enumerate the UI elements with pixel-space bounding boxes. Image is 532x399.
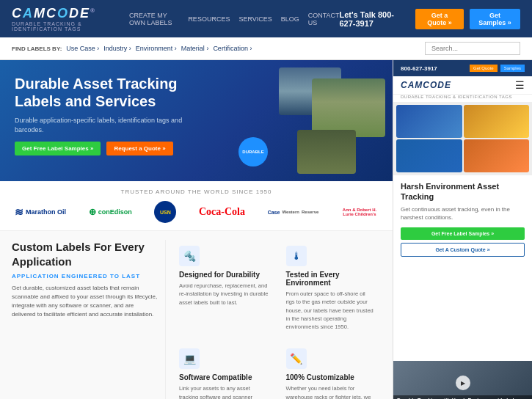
customizable-desc: Whether you need labels for warehouse ra… xyxy=(286,384,376,399)
nav-material[interactable]: Material xyxy=(181,45,209,52)
main-layout: Durable Asset Tracking Labels and Servic… xyxy=(0,60,532,399)
sidebar-free-samples-button[interactable]: Get Free Label Samples » xyxy=(401,227,525,240)
feature-card-software: 💻 Software Compatible Link your assets t… xyxy=(173,343,274,399)
sidebar-custom-quote-button[interactable]: Get A Custom Quote » xyxy=(401,243,525,257)
hero-text-block: Durable Asset Tracking Labels and Servic… xyxy=(15,75,205,155)
nav-certification[interactable]: Certification xyxy=(213,45,252,52)
sidebar-samples-button[interactable]: Samples xyxy=(500,65,525,72)
customizable-icon: ✏️ xyxy=(286,348,307,369)
top-header: CAMCODE® DURABLE TRACKING & IDENTIFICATI… xyxy=(0,0,532,37)
sub-nav: FIND LABELS BY: Use Case Industry Enviro… xyxy=(0,37,532,60)
hero-description: Durable application-specific labels, ide… xyxy=(15,116,205,134)
environment-icon: 🌡 xyxy=(286,246,307,266)
software-icon: 💻 xyxy=(179,348,200,369)
durability-desc: Avoid repurchase, replacement, and re-in… xyxy=(179,282,269,307)
feature-cards-grid: 🔩 Designed for Durability Avoid repurcha… xyxy=(173,240,381,399)
search-input[interactable] xyxy=(425,42,520,55)
hero-image-3 xyxy=(297,130,356,174)
sidebar-top-bar: 800-627-3917 Get Quote Samples xyxy=(393,60,532,76)
hero-images: DURABLE xyxy=(224,64,385,177)
hero-quote-button[interactable]: Request a Quote » xyxy=(106,142,172,155)
trusted-bar: TRUSTED AROUND THE WORLD SINCE 1950 ≋ Ma… xyxy=(0,181,393,231)
find-labels-nav: FIND LABELS BY: Use Case Industry Enviro… xyxy=(12,45,252,52)
sidebar-bottom-image: ▶ Durable Tracking with Harsh Environmen… xyxy=(393,361,532,399)
trusted-title: TRUSTED AROUND THE WORLD SINCE 1950 xyxy=(15,188,378,195)
sidebar-article: Harsh Environment Asset Tracking Get con… xyxy=(393,175,532,361)
customizable-title: 100% Customizable xyxy=(286,373,376,381)
sidebar-bottom-caption: Durable Tracking with Harsh Environment … xyxy=(393,395,532,399)
get-samples-button[interactable]: Get Samples » xyxy=(470,9,520,29)
hero-buttons: Get Free Label Samples » Request a Quote… xyxy=(15,142,205,155)
sidebar-image-grid xyxy=(393,102,532,175)
nav-create-labels[interactable]: CREATE MY OWN LABELS xyxy=(129,12,179,26)
sidebar-logo-bar: CAMCODE ☰ xyxy=(393,76,532,95)
nav-blog[interactable]: BLOG xyxy=(281,15,299,23)
feature-card-environment: 🌡 Tested in Every Environment From outer… xyxy=(280,240,382,337)
nav-industry[interactable]: Industry xyxy=(103,45,131,52)
sidebar-quote-button[interactable]: Get Quote xyxy=(470,65,498,72)
sidebar-logo-subtitle: DURABLE TRACKING & IDENTIFICATION TAGS xyxy=(393,95,532,102)
environment-desc: From outer space to off-shore oil rigs t… xyxy=(286,290,376,331)
sidebar-image-2 xyxy=(464,105,530,138)
nav-environment[interactable]: Environment xyxy=(136,45,177,52)
contact-bar: Let's Talk 800-627-3917 Get a Quote » Ge… xyxy=(339,9,520,29)
sidebar-logo: CAMCODE xyxy=(401,80,451,90)
find-labels-label: FIND LABELS BY: xyxy=(12,45,62,52)
childrens-hospital-logo: Ann & Robert H. Lurie Children's xyxy=(341,208,378,216)
right-sidebar: 800-627-3917 Get Quote Samples CAMCODE ☰… xyxy=(393,60,532,399)
main-content: Durable Asset Tracking Labels and Servic… xyxy=(0,60,393,399)
feature-main-desc: Get durable, customized asset labels tha… xyxy=(12,284,158,319)
phone-number: Let's Talk 800-627-3917 xyxy=(339,10,409,28)
logo-subtitle: DURABLE TRACKING & IDENTIFICATION TAGS xyxy=(12,21,129,32)
environment-title: Tested in Every Environment xyxy=(286,271,376,287)
nav-resources[interactable]: RESOURCES xyxy=(188,15,230,23)
hero-image-2 xyxy=(312,78,385,137)
features-section: Custom Labels For Every Application APPL… xyxy=(0,231,393,399)
feature-main: Custom Labels For Every Application APPL… xyxy=(12,240,166,399)
feature-card-customizable: ✏️ 100% Customizable Whether you need la… xyxy=(280,343,382,399)
nav-use-case[interactable]: Use Case xyxy=(66,45,99,52)
durability-icon: 🔩 xyxy=(179,246,200,266)
get-quote-button[interactable]: Get a Quote » xyxy=(415,9,464,29)
nav-services[interactable]: SERVICES xyxy=(238,15,272,23)
feature-main-title: Custom Labels For Every Application xyxy=(12,240,158,268)
sidebar-image-4 xyxy=(464,139,530,172)
marathon-logo: ≋ Marathon Oil xyxy=(15,206,66,218)
feature-card-durability: 🔩 Designed for Durability Avoid repurcha… xyxy=(173,240,274,337)
hero-badge: DURABLE xyxy=(238,137,268,166)
feature-tag: APPLICATION ENGINEERED TO LAST xyxy=(12,273,158,279)
play-button-icon[interactable]: ▶ xyxy=(456,376,470,390)
sidebar-image-3 xyxy=(396,139,462,172)
sidebar-phone: 800-627-3917 xyxy=(401,65,437,72)
sidebar-article-desc: Get continuous asset tracking, even in t… xyxy=(401,205,525,222)
sidebar-image-1 xyxy=(396,105,462,138)
logo: CAMCODE® xyxy=(12,6,129,21)
durability-title: Designed for Durability xyxy=(179,271,269,279)
logo-row: ≋ Marathon Oil ⊕ conEdison USN Coca-Cola… xyxy=(15,201,378,223)
navy-logo: USN xyxy=(154,201,176,223)
top-nav: CREATE MY OWN LABELS RESOURCES SERVICES … xyxy=(129,12,339,26)
hamburger-menu-icon[interactable]: ☰ xyxy=(515,79,525,91)
sidebar-action-btns: Get Quote Samples xyxy=(470,65,525,72)
software-desc: Link your assets to any asset tracking s… xyxy=(179,384,269,399)
conedison-logo: ⊕ conEdison xyxy=(89,207,132,217)
cocacola-logo: Coca-Cola xyxy=(199,206,245,218)
nav-contact[interactable]: CONTACT US xyxy=(308,12,340,26)
software-title: Software Compatible xyxy=(179,373,269,381)
case-western-logo: Case Western Reserve xyxy=(268,210,319,215)
logo-area: CAMCODE® DURABLE TRACKING & IDENTIFICATI… xyxy=(12,6,129,32)
sidebar-article-title: Harsh Environment Asset Tracking xyxy=(401,181,525,202)
hero-title: Durable Asset Tracking Labels and Servic… xyxy=(15,75,205,110)
hero-section: Durable Asset Tracking Labels and Servic… xyxy=(0,60,393,181)
hero-samples-button[interactable]: Get Free Label Samples » xyxy=(15,142,101,155)
